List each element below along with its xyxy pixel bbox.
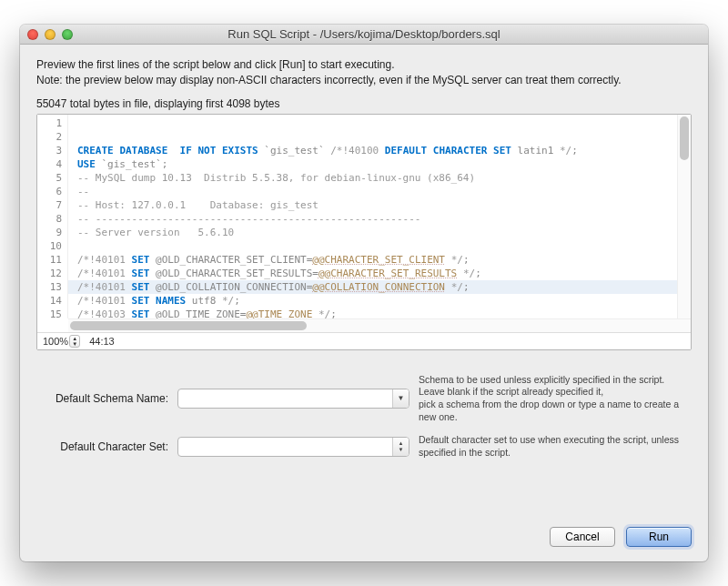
window-title: Run SQL Script - /Users/kojima/Desktop/b… [20, 27, 708, 41]
dialog-window: Run SQL Script - /Users/kojima/Desktop/b… [20, 25, 708, 561]
line-gutter: 1234567891011121314151617181920212223242… [37, 115, 68, 318]
run-button[interactable]: Run [626, 527, 692, 547]
zoom-stepper[interactable]: 100% ▲▼ [43, 335, 80, 348]
sql-editor: 1234567891011121314151617181920212223242… [36, 114, 692, 350]
schema-combobox[interactable]: ▼ [177, 389, 410, 409]
cancel-button[interactable]: Cancel [550, 527, 615, 547]
charset-combobox[interactable]: ▲▼ [177, 437, 410, 457]
editor-statusbar: 100% ▲▼ 44:13 [37, 332, 691, 349]
horizontal-scrollbar[interactable] [68, 318, 691, 332]
code-area[interactable]: CREATE DATABASE IF NOT EXISTS `gis_test`… [68, 115, 677, 318]
editor-body[interactable]: 1234567891011121314151617181920212223242… [37, 115, 691, 318]
content-area: Preview the first lines of the script be… [20, 45, 708, 561]
description-text: Preview the first lines of the script be… [36, 57, 692, 88]
description-line-1: Preview the first lines of the script be… [36, 57, 692, 73]
schema-hint: Schema to be used unless explicitly spec… [419, 374, 692, 424]
vertical-scroll-thumb[interactable] [680, 116, 689, 160]
options-form: Default Schema Name: ▼ Schema to be used… [36, 374, 692, 460]
minimize-icon[interactable] [45, 29, 56, 40]
horizontal-scroll-thumb[interactable] [70, 321, 307, 330]
chevron-down-icon[interactable]: ▼ [392, 389, 409, 408]
schema-label: Default Schema Name: [36, 392, 168, 405]
zoom-value: 100% [43, 336, 68, 347]
file-stats: 55047 total bytes in file, displaying fi… [36, 97, 692, 110]
schema-input[interactable] [178, 389, 392, 408]
charset-hint: Default character set to use when execut… [419, 434, 692, 459]
cursor-position: 44:13 [89, 336, 115, 347]
zoom-icon[interactable] [62, 29, 73, 40]
stepper-updown-icon[interactable]: ▲▼ [392, 438, 409, 456]
description-line-2: Note: the preview below may display non-… [36, 73, 692, 88]
charset-input[interactable] [178, 438, 392, 456]
charset-label: Default Character Set: [36, 440, 168, 453]
window-controls [27, 29, 73, 40]
stepper-arrows-icon[interactable]: ▲▼ [69, 335, 80, 348]
titlebar[interactable]: Run SQL Script - /Users/kojima/Desktop/b… [20, 25, 708, 45]
dialog-buttons: Cancel Run [36, 510, 692, 547]
vertical-scrollbar[interactable] [677, 115, 691, 318]
close-icon[interactable] [27, 29, 38, 40]
